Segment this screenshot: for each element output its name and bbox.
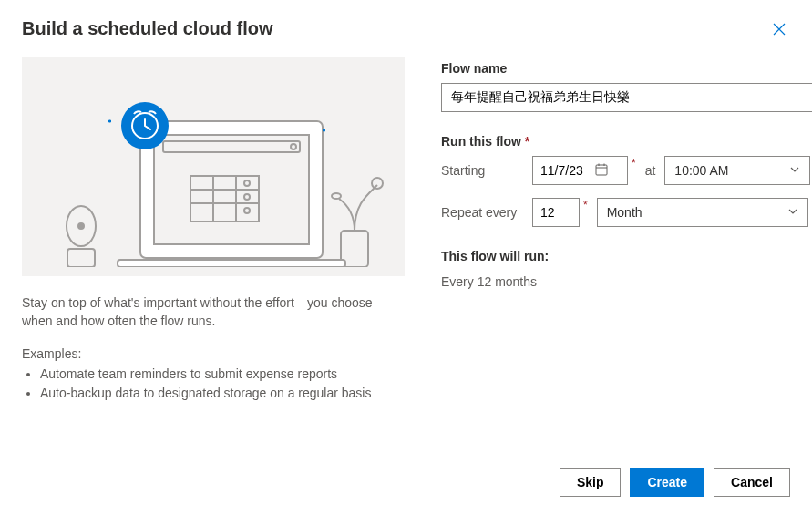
repeat-unit-select[interactable]: Month <box>597 198 808 227</box>
chevron-down-icon <box>787 205 798 220</box>
skip-button[interactable]: Skip <box>560 468 622 497</box>
starting-date-input[interactable] <box>532 156 628 185</box>
description-text: Stay on top of what's important without … <box>22 294 405 330</box>
unit-value: Month <box>607 205 642 220</box>
close-icon <box>772 26 786 39</box>
required-mark: * <box>632 157 636 170</box>
examples-label: Examples: <box>22 346 405 361</box>
date-field[interactable] <box>540 163 595 178</box>
summary-text: Every 12 months <box>441 274 812 289</box>
starting-time-select[interactable]: 10:00 AM <box>664 156 810 185</box>
svg-rect-8 <box>118 260 345 267</box>
time-value: 10:00 AM <box>674 163 728 178</box>
close-button[interactable] <box>768 18 790 43</box>
illustration <box>22 57 405 276</box>
flow-name-input[interactable] <box>441 83 812 112</box>
example-item: Automate team reminders to submit expens… <box>40 365 405 384</box>
svg-point-4 <box>78 223 84 229</box>
example-item: Auto-backup data to designated storage o… <box>40 384 405 403</box>
starting-label: Starting <box>441 163 523 178</box>
required-mark: * <box>583 199 588 211</box>
run-flow-label: Run this flow * <box>441 134 812 149</box>
flow-name-label: Flow name <box>441 61 812 76</box>
repeat-value-input[interactable] <box>532 198 580 227</box>
svg-point-2 <box>332 193 341 199</box>
svg-rect-5 <box>67 249 95 267</box>
page-title: Build a scheduled cloud flow <box>22 18 273 39</box>
svg-rect-21 <box>596 165 607 175</box>
summary-label: This flow will run: <box>441 249 812 263</box>
create-button[interactable]: Create <box>630 468 704 497</box>
svg-point-1 <box>372 178 383 189</box>
examples-list: Automate team reminders to submit expens… <box>22 365 405 403</box>
at-label: at <box>645 163 656 178</box>
repeat-label: Repeat every <box>441 205 523 220</box>
chevron-down-icon <box>789 163 800 178</box>
cancel-button[interactable]: Cancel <box>714 468 790 497</box>
calendar-icon[interactable] <box>595 163 608 179</box>
